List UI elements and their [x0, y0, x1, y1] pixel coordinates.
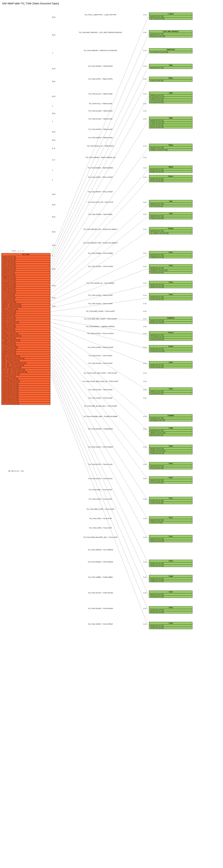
right-table-header: TVFS: [149, 388, 192, 390]
relation-label: TXI_TVAK-MSR_SDF_AUART = TVAK-AUART: [59, 318, 142, 320]
main-table-field: VPROF [CHAR (4)]: [2, 317, 50, 319]
left-card: 1: [52, 179, 53, 181]
right-table: TVHFMANDT [CLNT (3)]OBJEKT [CHAR (10)]FA…: [149, 445, 192, 454]
right-card: 0..N: [144, 623, 147, 625]
main-table-field: OIPARVW1 [CHAR (2)]: [2, 382, 50, 384]
main-table-field: PARGR [CHAR (4)]: [2, 267, 50, 270]
right-table: TPVVMANDT [CLNT (3)]PVBSM [CHAR (2)]: [149, 251, 192, 258]
svg-line-28: [51, 353, 148, 520]
right-table-field: MANDT [CLNT (3)]: [149, 319, 192, 322]
main-table-field: OIU_FKARA [CHAR (4)]: [2, 403, 50, 405]
right-table: T000MANDT [CLNT (3)]: [149, 64, 192, 69]
right-table-field: KALSM [CHAR (6)]: [149, 101, 192, 103]
right-card: 0..N: [144, 397, 147, 399]
right-table-header: TVUV: [149, 607, 192, 609]
main-table-field: KALAU [CHAR (6)]: [2, 297, 50, 299]
right-card: 0..N: [144, 294, 147, 296]
main-table-field: KOPGR [CHAR (4)]: [2, 258, 50, 260]
relation-label: TXI_TVAK-FKART_MEV_POST_IB = TVFK-FKART: [59, 380, 142, 382]
svg-line-32: [51, 367, 148, 595]
relation-label: TXI_TVAK-MSR_LFART = TVLK-LFART: [59, 508, 142, 510]
main-table-field: OIPRTFNC [CHAR (2)]: [2, 378, 50, 380]
left-card: (0,1): [52, 231, 55, 232]
relation-label: TXI_TVAK-CMGRA = T691D-CRMGR_CM: [59, 157, 142, 158]
right-table-field: MANDT [CLNT (3)]: [149, 465, 192, 467]
right-table-field: TCVARIANT [CHAR (30)]: [149, 51, 192, 53]
svg-line-9: [51, 180, 148, 287]
right-table: TVPGMANDT [CLNT (3)]PARGR [CHAR (4)]: [149, 560, 192, 567]
main-table-field: KSCHL_KO [CHAR (4)]: [2, 321, 50, 323]
left-card: 1: [52, 105, 53, 107]
right-table-field: MANDT [CLNT (3)]: [149, 364, 192, 366]
right-table: TOADVMANDT [CLNT (3)]AR_OBJECT [CHAR (10…: [149, 227, 192, 235]
right-table-header: T683: [149, 92, 192, 94]
right-table-header: TVHB: [149, 427, 192, 430]
left-card: 0..N: [52, 159, 55, 161]
right-card: 0..N: [144, 536, 147, 538]
right-table-field: OBJEKT [CHAR (10)]: [149, 432, 192, 434]
relation-label: TXI_TVAK-ABRVW = TVLV-ABRVW: [59, 549, 142, 551]
left-card: (0,1): [52, 81, 55, 82]
relation-label: TXI_TVAK-OBJART_HIN = TOADV-AR_OBJECT: [59, 228, 142, 230]
right-table-field: FAWGR [CHAR (4)]: [149, 452, 192, 454]
main-table-field: KALLI [CHAR (6)]: [2, 294, 50, 297]
right-table-field: CRMGR_CM [CHAR (2)]: [149, 149, 192, 151]
main-table-field: TXTGR [CHAR (2)]: [2, 278, 50, 281]
relation-label: TXI_TVAK-FKAIV = TVFK-FKART: [59, 355, 142, 356]
relation-label: TXI_TVAK-LIFSK = TVLS-LIFSP: [59, 518, 142, 519]
main-table-field: BPROC [CHAR (4)]: [2, 353, 50, 355]
relation-label: TXI_TVAK-KALSU = T683-KALSM: [59, 118, 142, 120]
relation-label: TXI_TVAK-PVBSM = TPVV-PVBSM: [59, 252, 142, 254]
main-table-field: OIPARVW8 [CHAR (2)]: [2, 398, 50, 400]
right-table-field: MANDT [CLNT (3)]: [149, 254, 192, 256]
right-table-header: TVFAP: [149, 345, 192, 348]
main-table-field: OIPARVW9 [CHAR (2)]: [2, 400, 50, 403]
right-card: 0..N: [144, 214, 147, 215]
main-table-field: MANDT [CLNT (3)]: [2, 256, 50, 258]
right-card: 0..N: [144, 333, 147, 334]
main-table-field: OIPARVW7 [CHAR (2)]: [2, 396, 50, 398]
relation-label: TXI_TVAK-MSR_DELIVERY_BLK = TVLS-LIFSP: [59, 536, 142, 538]
left-card: (0,1): [52, 305, 55, 307]
svg-line-14: [51, 268, 148, 305]
right-table-field: PVBSM [CHAR (2)]: [149, 256, 192, 258]
right-table-field: OBJEKT [CHAR (10)]: [149, 450, 192, 452]
left-card: 1: [52, 52, 53, 54]
svg-line-29: [51, 357, 148, 539]
right-table-field: MANDT [CLNT (3)]: [149, 215, 192, 217]
right-table-field: MANDT [CLNT (3)]: [149, 33, 192, 35]
right-card: 0..N: [144, 157, 147, 158]
edges-svg: [1, 6, 223, 868]
relation-label: TXI_TVAK-RPART = TFPLA-FPART: [59, 191, 142, 193]
right-table-field: STSMA [CHAR (8)]: [149, 217, 192, 219]
main-table-field: STGAK [CHAR (2)]: [2, 290, 50, 292]
svg-line-1: [51, 35, 148, 260]
main-table-field: MSR_LFART [CHAR (4)]: [2, 360, 50, 362]
main-table-field: FKART_MEV_POST [CHAR (4)]: [2, 369, 50, 371]
right-table-field: MANDT [CLNT (3)]: [149, 94, 192, 97]
right-table: T691DMANDT [CLNT (3)]CRMGR_CM [CHAR (2)]: [149, 144, 192, 151]
right-table-header: T691D: [149, 144, 192, 147]
right-table: T681AKAPPL [CHAR (2)]: [149, 77, 192, 82]
left-card: (0,1): [52, 95, 55, 97]
right-table-field: PROFILE [CHAR (8)]: [149, 35, 192, 37]
relation-label: TXI_TVAK-VSBED = TVSB-VSBED: [59, 576, 142, 578]
main-table-field: KSPOS [CHAR (6)]: [2, 326, 50, 328]
right-table-header: TVLV: [149, 535, 192, 538]
right-table-header: T000: [149, 64, 192, 67]
right-card: 0..N: [144, 346, 147, 348]
right-table-field: FKART [CHAR (4)]: [149, 366, 192, 368]
relation-label: TXI_TVAK-LFARV = TVLK-LFART: [59, 498, 142, 500]
right-table-field: MANDT [CLNT (3)]: [149, 609, 192, 611]
right-card: 0..N: [144, 303, 147, 305]
right-table-field: VSBED [CHAR (2)]: [149, 580, 192, 582]
right-table-field: BPROC [CHAR (4)]: [149, 322, 192, 324]
right-table-header: TVHF: [149, 445, 192, 447]
right-card: 0..N: [144, 65, 147, 67]
main-table-field: OICFKARTDI [CHAR (4)]: [2, 380, 50, 382]
main-table-field: FAUPR [CHAR (14)]: [2, 348, 50, 351]
relation-label: TXI_TVAK-TXTGR = TTXG-TXTGR: [59, 266, 142, 267]
main-table-field: LFARV [CHAR (4)]: [2, 260, 50, 262]
right-table: TTXGMANDT [CLNT (3)]TDOBJECT [CHAR (10)]…: [149, 264, 192, 274]
right-table-field: CCPGA [CHAR (2)]: [149, 339, 192, 341]
